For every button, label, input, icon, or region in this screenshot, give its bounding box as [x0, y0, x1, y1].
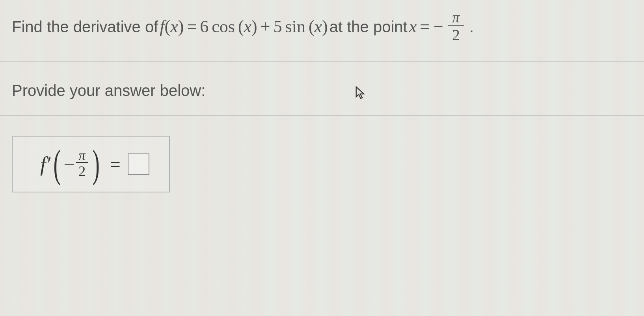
denominator-2: 2 — [448, 25, 464, 44]
negative-sign: − — [63, 153, 74, 176]
answer-input[interactable] — [128, 153, 149, 175]
instruction-text: Provide your answer below: — [12, 82, 632, 100]
instruction-section: Provide your answer below: — [0, 62, 644, 116]
question-section: Find the derivative of f(x) = 6 cos (x) … — [0, 0, 644, 62]
paren: ( — [309, 17, 315, 36]
answer-prefix: f′ ( − π 2 ) = — [40, 148, 128, 180]
paren: ) — [251, 17, 257, 36]
coef-5: 5 — [274, 15, 282, 39]
f-symbol: f — [160, 17, 164, 36]
paren: ( — [238, 17, 244, 36]
plus-sign: + — [261, 15, 270, 39]
answer-expression-box: f′ ( − π 2 ) = — [12, 136, 170, 192]
question-text: Find the derivative of f(x) = 6 cos (x) … — [12, 10, 632, 44]
cos-arg: (x) — [238, 15, 257, 39]
paren-open: ( — [165, 17, 171, 36]
paren: ) — [322, 17, 328, 36]
equals-2: = — [420, 15, 430, 39]
big-paren-close: ) — [93, 148, 100, 180]
cos-label: cos — [212, 15, 235, 39]
coef-6: 6 — [200, 15, 208, 39]
question-middle: at the point — [329, 16, 408, 38]
big-paren-open: ( — [53, 148, 60, 180]
equals-sign: = — [110, 153, 121, 175]
period: . — [469, 16, 474, 38]
answer-section: f′ ( − π 2 ) = — [0, 116, 644, 212]
pi-over-2-fraction: π 2 — [448, 10, 464, 44]
pi-small-num: π — [77, 149, 87, 162]
pi-over-2-small: π 2 — [76, 149, 88, 179]
paren-close: ) — [178, 17, 184, 36]
small-den-2: 2 — [76, 162, 88, 179]
question-prefix: Find the derivative of — [12, 16, 158, 38]
f-prime-symbol: f′ — [40, 153, 50, 176]
x-var: x — [170, 17, 178, 36]
pi-numerator: π — [450, 10, 462, 25]
x-point: x — [409, 15, 417, 39]
equals-1: = — [187, 15, 197, 39]
x-arg: x — [315, 17, 322, 36]
x-arg: x — [244, 17, 252, 36]
sin-label: sin — [285, 15, 305, 39]
function-lhs: f(x) — [160, 15, 184, 39]
sin-arg: (x) — [309, 15, 328, 39]
negative-sign: − — [434, 15, 443, 39]
